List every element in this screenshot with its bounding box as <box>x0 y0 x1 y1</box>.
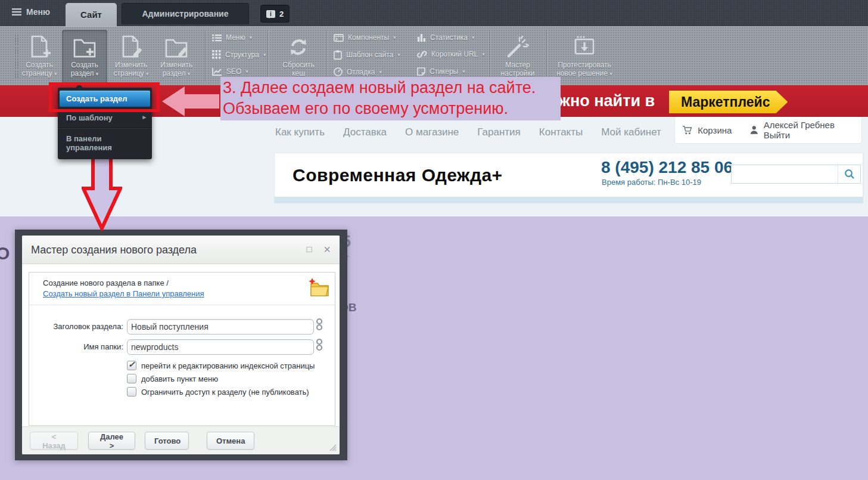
annotation-note: 3. Далее создаем новый раздел на сайте. … <box>220 77 561 120</box>
nav-cabinet[interactable]: Мой кабинет <box>601 126 661 138</box>
browser-download-icon <box>571 35 598 60</box>
wizard-intro-text: Создание нового раздела в папке / <box>43 278 169 287</box>
shop-title: Современная Одежда+ <box>293 165 503 185</box>
check-icon: ✓ <box>128 360 135 369</box>
toolbar-reset-cache-button[interactable]: Сбросить кеш <box>274 30 323 83</box>
caret-down-icon: ▾ <box>263 52 266 58</box>
checkbox-row-add-menu-item: ✓ добавить пункт меню <box>127 374 218 383</box>
chain-link-icon[interactable] <box>315 338 323 352</box>
folder-name-input[interactable] <box>127 339 314 355</box>
caret-down-icon: ▾ <box>393 35 396 41</box>
caret-down-icon: ▾ <box>397 52 400 58</box>
annotation-highlight-box <box>49 82 160 112</box>
working-hours: Время работы: Пн-Вс 10-19 <box>602 178 701 187</box>
edit-index-checkbox[interactable]: ✓ <box>127 361 136 370</box>
wizard-content-box: Создание нового раздела в папке / Создат… <box>29 272 335 426</box>
submenu-arrow-icon: ▸ <box>142 113 146 121</box>
wizard-dialog: Мастер создания нового раздела □ × Созда… <box>22 236 340 454</box>
folder-edit-icon <box>163 35 190 60</box>
restrict-access-checkbox[interactable]: ✓ <box>127 387 136 397</box>
new-folder-icon <box>307 276 330 298</box>
dropdown-item-in-control-panel[interactable]: В панели управления <box>58 130 152 156</box>
back-button[interactable]: < Назад <box>30 432 78 450</box>
label: Создать <box>26 61 53 69</box>
sticker-icon <box>417 67 425 76</box>
toolbar-debug-dropdown[interactable]: Отладка ▾ <box>334 67 382 76</box>
nav-warranty[interactable]: Гарантия <box>477 126 521 138</box>
close-button[interactable]: × <box>321 236 334 264</box>
caret-down-icon: ▾ <box>379 69 382 75</box>
maximize-button[interactable]: □ <box>303 236 316 264</box>
toolbar-edit-page-button[interactable]: Изменить страницу ▾ <box>108 30 154 83</box>
dialog-titlebar[interactable]: Мастер создания нового раздела □ × <box>22 236 340 264</box>
shop-nav: Как купить Доставка О магазине Гарантия … <box>275 126 661 138</box>
toolbar-statistics-dropdown[interactable]: Статистика ▾ <box>417 33 475 42</box>
page-add-icon <box>26 35 53 60</box>
shop-phone: 8 (495) 212 85 06 <box>601 158 733 177</box>
magic-wand-icon <box>504 35 531 60</box>
next-button[interactable]: Далее > <box>88 432 135 450</box>
cart-link[interactable]: Корзина <box>698 125 732 135</box>
toolbar-separator <box>490 30 490 82</box>
caret-down-icon: ▾ <box>472 35 475 41</box>
toolbar-short-url-dropdown[interactable]: Короткий URL ▾ <box>417 50 485 58</box>
section-title-label: Заголовок раздела: <box>34 322 123 331</box>
folder-add-icon <box>71 35 98 60</box>
dialog-body: Создание нового раздела в папке / Создат… <box>22 264 340 426</box>
annotation-left-arrow <box>161 85 220 117</box>
toolbar-test-solution-button[interactable]: Протестировать новое решение ▾ <box>550 30 618 83</box>
create-in-control-panel-link[interactable]: Создать новый раздел в Панели управления <box>43 289 204 298</box>
caret-down-icon: ▾ <box>188 71 191 77</box>
dropdown-divider <box>58 128 152 129</box>
nav-contacts[interactable]: Контакты <box>539 126 583 138</box>
section-title-input[interactable] <box>127 319 314 335</box>
checkbox-row-restrict-access: ✓ Ограничить доступ к разделу (не публик… <box>127 387 309 397</box>
main-menu-button[interactable]: Меню <box>12 7 50 17</box>
top-bar: Меню Сайт Администрирование i 2 <box>0 0 868 26</box>
dialog-title: Мастер создания нового раздела <box>31 236 197 264</box>
toolbar-separator <box>326 30 327 82</box>
toolbar-create-page-button[interactable]: Создать страницу ▾ <box>17 30 62 83</box>
nav-about[interactable]: О магазине <box>405 126 459 138</box>
search-input[interactable] <box>732 165 838 183</box>
checkbox-row-edit-index: ✓ перейти к редактированию индексной стр… <box>127 361 315 370</box>
search-button[interactable] <box>838 165 860 183</box>
add-menu-item-checkbox[interactable]: ✓ <box>127 374 136 383</box>
toolbar-stickers-dropdown[interactable]: Стикеры ▾ <box>417 67 465 76</box>
tab-site[interactable]: Сайт <box>66 3 117 26</box>
notifications-badge[interactable]: i 2 <box>260 5 290 23</box>
toolbar-create-section-button[interactable]: Создать раздел ▾ <box>62 30 107 83</box>
resize-handle-icon[interactable] <box>328 443 337 451</box>
nav-how-to-buy[interactable]: Как купить <box>275 126 325 138</box>
content-divider <box>29 305 335 305</box>
finish-button[interactable]: Готово <box>145 432 189 450</box>
marketplace-button[interactable]: Маркетплейс <box>669 91 788 113</box>
tab-administration[interactable]: Администрирование <box>122 3 249 24</box>
cart-icon <box>682 125 692 135</box>
page-edit-icon <box>117 35 145 60</box>
nav-delivery[interactable]: Доставка <box>343 126 387 138</box>
toolbar-structure-dropdown[interactable]: Структура ▾ <box>212 50 266 59</box>
grid-icon <box>212 50 221 59</box>
person-icon <box>750 125 758 135</box>
toolbar-edit-section-button[interactable]: Изменить раздел ▾ <box>154 30 199 83</box>
toolbar-wizard-button[interactable]: Мастер настройки <box>493 30 542 83</box>
toolbar-site-template-dropdown[interactable]: Шаблон сайта ▾ <box>334 50 400 60</box>
caret-down-icon: ▾ <box>245 69 248 75</box>
gauge-icon <box>334 67 343 76</box>
caret-down-icon: ▾ <box>462 69 465 75</box>
toolbar-menu-dropdown[interactable]: Меню ▾ <box>212 33 252 42</box>
user-link[interactable]: Алексей Гребнев Выйти <box>764 120 854 140</box>
screen: Меню Сайт Администрирование i 2 Создать … <box>0 0 868 480</box>
user-panel: Корзина Алексей Гребнев Выйти <box>674 117 862 144</box>
wizard-modal: Мастер создания нового раздела □ × Созда… <box>15 230 347 460</box>
header-bottom-strip <box>274 197 863 203</box>
chain-link-icon[interactable] <box>315 318 323 332</box>
toolbar-seo-dropdown[interactable]: SEO ▾ <box>212 67 248 76</box>
cancel-button[interactable]: Отмена <box>207 432 254 450</box>
background-fragment: О <box>0 243 10 264</box>
terminal-icon <box>334 34 344 42</box>
toolbar-separator <box>546 30 547 82</box>
toolbar-components-dropdown[interactable]: Компоненты ▾ <box>334 33 396 42</box>
notification-count: 2 <box>279 10 284 18</box>
